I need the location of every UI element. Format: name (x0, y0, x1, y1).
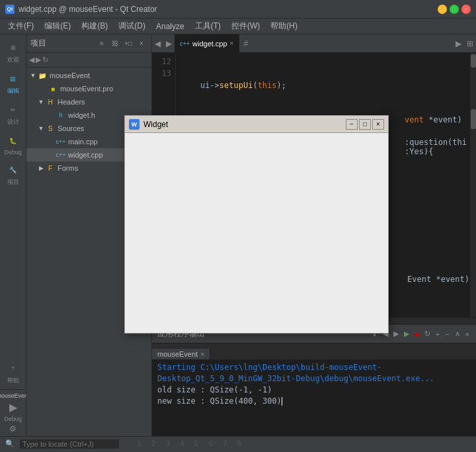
split-button[interactable]: ⊞ (464, 34, 476, 52)
output-close[interactable]: × (464, 330, 471, 338)
floating-widget-window: W Widget − □ × (124, 115, 389, 334)
menu-controls[interactable]: 控件(W) (226, 19, 265, 33)
output-play[interactable]: ▶ (403, 330, 411, 338)
hash-indicator: # (239, 39, 252, 48)
output-tab-mouseevent[interactable]: mouseEvent × (152, 349, 210, 359)
maximize-button[interactable]: □ (450, 5, 459, 14)
menu-debug[interactable]: 调试(D) (113, 19, 151, 33)
output-tab-label: mouseEvent (157, 350, 198, 358)
code-content-upper[interactable]: ui->setupUi(this); } (176, 53, 469, 106)
output-tabs: mouseEvent × (152, 343, 476, 359)
menu-file[interactable]: 文件(F) (3, 19, 39, 33)
folder-icon: 📁 (37, 71, 48, 79)
sidebar-design[interactable]: ✏ 设计 (1, 99, 25, 130)
output-plus[interactable]: + (434, 330, 441, 338)
project-toolbar: ≡ ⛓ +□ × (96, 38, 147, 50)
editor-right-scrollbar[interactable] (469, 106, 476, 317)
col-5: 5 (194, 440, 198, 447)
add-button[interactable]: +□ (122, 38, 134, 50)
welcome-label: 欢迎 (7, 56, 19, 64)
tab-bar: ◀ ▶ c++ widget.cpp × # ▶ ⊞ (152, 34, 476, 53)
tab-widget-cpp[interactable]: c++ widget.cpp × (175, 34, 239, 52)
tree-label: main.cpp (68, 138, 98, 146)
editor-scrollbar[interactable] (469, 53, 476, 106)
project-title: 项目 (30, 38, 96, 49)
pro-icon: ■ (48, 85, 58, 93)
menu-tools[interactable]: 工具(T) (190, 19, 226, 33)
menu-analyze[interactable]: Analyze (151, 21, 190, 32)
col-2: 2 (152, 440, 156, 447)
line-num-12: 12 (152, 56, 171, 68)
code-event-line1: vent *event) (405, 115, 467, 124)
menu-help[interactable]: 帮助(H) (265, 19, 303, 33)
filter-button[interactable]: ≡ (96, 38, 108, 50)
spacer (405, 124, 467, 138)
tab-icon: c++ (180, 40, 190, 47)
output-panel: 应用程序输出 ⬆ ◀ ▶ ▶ ■ ↻ + − ∧ × mouseEvent × (152, 324, 476, 436)
sync-btn[interactable]: ↻ (42, 56, 48, 64)
status-search-icon: 🔍 (5, 439, 15, 448)
minimize-button[interactable]: − (438, 5, 447, 14)
output-text-2: old size : QSize(-1, -1) (157, 385, 272, 394)
arrow-icon: ▼ (37, 125, 45, 132)
tab-nav-left[interactable]: ◀ (152, 34, 163, 52)
h-icon: h (56, 111, 66, 119)
col-6: 6 (209, 440, 213, 447)
close-button[interactable]: × (461, 5, 471, 14)
col-8: 8 (237, 440, 241, 447)
sidebar-welcome[interactable]: ⊞ 欢迎 (1, 37, 25, 68)
locate-input[interactable] (20, 439, 119, 449)
cpp-icon: c++ (56, 138, 66, 146)
app-icon: Qt (5, 5, 15, 14)
tree-label: mouseEvent (50, 71, 90, 79)
arrow-icon: ▶ (37, 165, 45, 171)
link-button[interactable]: ⛓ (109, 38, 121, 50)
output-collapse[interactable]: ∧ (454, 330, 461, 338)
tree-label: widget.h (68, 111, 95, 119)
output-reload[interactable]: ↻ (423, 330, 432, 338)
status-bar: 🔍 1 2 3 4 5 6 7 8 (0, 436, 476, 451)
sidebar-help[interactable]: ? 帮助 (1, 358, 25, 389)
code-line-12: ui->setupUi(this); (181, 79, 464, 91)
output-content: Starting C:\Users\lng\Desktop\build-mous… (152, 359, 476, 436)
widget-close[interactable]: × (372, 119, 384, 130)
tree-label: mouseEvent.pro (60, 85, 113, 93)
folder-icon: H (45, 98, 56, 106)
close-tab-button[interactable]: × (230, 40, 234, 47)
output-minus[interactable]: − (444, 330, 450, 338)
tree-item-pro[interactable]: ■ mouseEvent.pro (26, 82, 151, 95)
tree-item-mouseEvent[interactable]: ▼ 📁 mouseEvent (26, 69, 151, 82)
folder-icon: F (45, 164, 56, 172)
output-stop[interactable]: ■ (413, 330, 420, 338)
menu-edit[interactable]: 编辑(E) (39, 19, 76, 33)
debug-icon: 🐛 (7, 134, 20, 148)
widget-controls: − □ × (346, 119, 384, 130)
extra-icon[interactable]: ⚙ (9, 424, 17, 433)
tree-item-headers[interactable]: ▼ H Headers (26, 95, 151, 109)
output-text-3: new size : QSize(400, 300) (157, 396, 282, 406)
debug-run-button[interactable]: ▶ (9, 401, 17, 414)
output-btn3[interactable]: ▶ (392, 330, 400, 338)
widget-maximize[interactable]: □ (359, 119, 371, 130)
widget-minimize[interactable]: − (346, 119, 358, 130)
sidebar-projects[interactable]: 🔧 项目 (1, 159, 25, 191)
tab-menu[interactable]: ▶ (453, 34, 464, 52)
nav-back[interactable]: ◀ (29, 56, 34, 64)
design-label: 设计 (7, 118, 19, 126)
code-yes-line: :Yes){ (405, 147, 467, 156)
menu-build[interactable]: 构建(B) (76, 19, 113, 33)
tab-nav-right[interactable]: ▶ (163, 34, 175, 52)
line-num-13: 13 (152, 68, 171, 79)
output-link: Starting C:\Users\lng\Desktop\build-mous… (157, 363, 434, 383)
sidebar-edit[interactable]: ▤ 编辑 (1, 68, 25, 99)
sidebar-debug[interactable]: 🐛 Debug (1, 130, 25, 159)
output-tab-close[interactable]: × (200, 351, 204, 358)
edit-label: 编辑 (7, 87, 19, 95)
cpp-icon: c++ (56, 151, 66, 159)
edit-icon: ▤ (7, 72, 20, 85)
menu-bar: 文件(F) 编辑(E) 构建(B) 调试(D) Analyze 工具(T) 控件… (0, 19, 476, 34)
debug-bottom-label: Debug (4, 416, 22, 422)
nav-fwd[interactable]: ▶ (36, 56, 41, 64)
help-icon: ? (7, 362, 20, 375)
close-panel-button[interactable]: × (136, 38, 147, 50)
